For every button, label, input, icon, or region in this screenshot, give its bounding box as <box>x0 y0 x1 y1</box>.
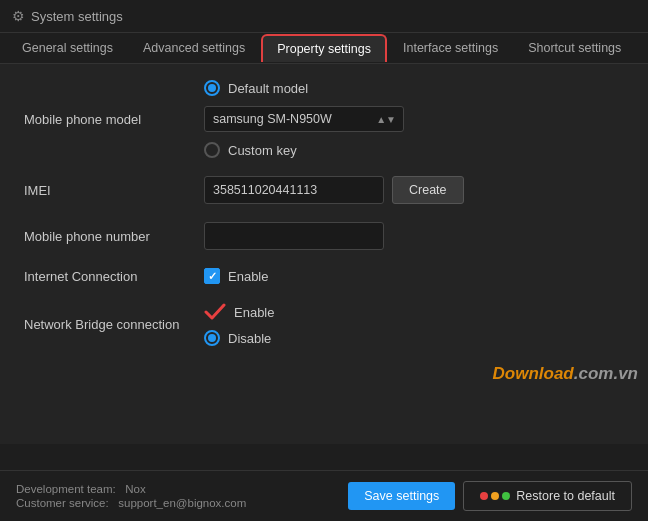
model-select-wrapper: samsung SM-N950W ▲▼ <box>204 106 404 132</box>
custom-key-radio[interactable] <box>204 142 220 158</box>
phone-model-label: Mobile phone model <box>24 112 204 127</box>
title-bar: ⚙ System settings <box>0 0 648 33</box>
network-bridge-label: Network Bridge connection <box>24 317 204 332</box>
internet-enable-wrapper[interactable]: ✓ Enable <box>204 268 268 284</box>
imei-label: IMEI <box>24 183 204 198</box>
footer-buttons: Save settings Restore to default <box>348 481 632 511</box>
bridge-enable-checkbox[interactable] <box>204 302 226 322</box>
mobile-number-label: Mobile phone number <box>24 229 204 244</box>
dev-team-row: Development team: Nox <box>16 483 246 495</box>
network-bridge-row: Network Bridge connection Enable Disable <box>24 302 624 346</box>
mobile-number-input[interactable] <box>204 222 384 250</box>
bridge-disable-radio[interactable] <box>204 330 220 346</box>
internet-enable-label: Enable <box>228 269 268 284</box>
custom-key-label: Custom key <box>228 143 297 158</box>
custom-key-option[interactable]: Custom key <box>204 142 404 158</box>
check-icon: ✓ <box>208 270 217 283</box>
dot-orange <box>491 492 499 500</box>
imei-row: IMEI Create <box>24 176 624 204</box>
gear-icon: ⚙ <box>12 8 25 24</box>
phone-model-row: Mobile phone model Default model samsung… <box>24 80 624 158</box>
save-settings-button[interactable]: Save settings <box>348 482 455 510</box>
customer-service-label: Customer service: <box>16 497 109 509</box>
network-bridge-controls: Enable Disable <box>204 302 274 346</box>
dev-team-label: Development team: <box>16 483 116 495</box>
restore-default-button[interactable]: Restore to default <box>463 481 632 511</box>
internet-connection-label: Internet Connection <box>24 269 204 284</box>
dev-team-value: Nox <box>125 483 145 495</box>
tab-property[interactable]: Property settings <box>261 34 387 62</box>
bridge-enable-row[interactable]: Enable <box>204 302 274 322</box>
bridge-disable-option[interactable]: Disable <box>204 330 274 346</box>
bridge-disable-label: Disable <box>228 331 271 346</box>
main-content: Mobile phone model Default model samsung… <box>0 64 648 444</box>
imei-group: Create <box>204 176 464 204</box>
model-select[interactable]: samsung SM-N950W <box>204 106 404 132</box>
dot-red <box>480 492 488 500</box>
footer-info: Development team: Nox Customer service: … <box>16 483 246 509</box>
watermark: Download.com.vn <box>493 364 638 384</box>
tab-advanced[interactable]: Advanced settings <box>129 33 259 63</box>
tab-general[interactable]: General settings <box>8 33 127 63</box>
restore-label: Restore to default <box>516 489 615 503</box>
title-bar-text: System settings <box>31 9 123 24</box>
mobile-number-row: Mobile phone number <box>24 222 624 250</box>
nav-tabs: General settings Advanced settings Prope… <box>0 33 648 64</box>
default-model-option[interactable]: Default model <box>204 80 404 96</box>
default-model-label: Default model <box>228 81 308 96</box>
customer-service-row: Customer service: support_en@bignox.com <box>16 497 246 509</box>
restore-dots <box>480 492 510 500</box>
footer: Development team: Nox Customer service: … <box>0 470 648 521</box>
customer-service-value: support_en@bignox.com <box>118 497 246 509</box>
internet-enable-checkbox[interactable]: ✓ <box>204 268 220 284</box>
imei-input[interactable] <box>204 176 384 204</box>
tab-interface[interactable]: Interface settings <box>389 33 512 63</box>
default-model-radio[interactable] <box>204 80 220 96</box>
create-button[interactable]: Create <box>392 176 464 204</box>
dot-green <box>502 492 510 500</box>
red-check-icon <box>204 302 226 322</box>
tab-shortcut[interactable]: Shortcut settings <box>514 33 635 63</box>
bridge-enable-label: Enable <box>234 305 274 320</box>
internet-connection-row: Internet Connection ✓ Enable <box>24 268 624 284</box>
phone-model-controls: Default model samsung SM-N950W ▲▼ Custom… <box>204 80 404 158</box>
